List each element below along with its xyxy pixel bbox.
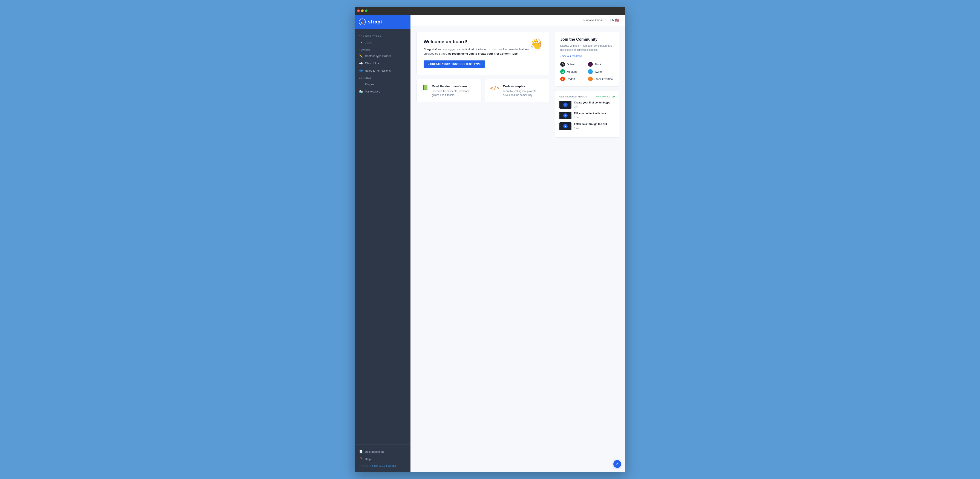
video-thumb-1: ▶	[559, 101, 571, 109]
reddit-link[interactable]: r Reddit	[560, 77, 586, 81]
sidebar-logo[interactable]: 🦅 strapi	[355, 14, 410, 29]
titlebar	[355, 7, 625, 14]
play-button-1: ▶	[563, 102, 568, 107]
welcome-body: Congrats! You are logged as the first ad…	[423, 47, 530, 56]
videos-header: GET STARTED VIDEOS 0% COMPLETED	[559, 96, 615, 98]
slack-icon: #	[588, 62, 593, 67]
video-item-2[interactable]: ▶ Fill your content with data 1:06	[559, 112, 615, 120]
video-thumb-3: ▶	[559, 122, 571, 130]
github-icon: G	[560, 62, 565, 67]
resource-card-code-examples[interactable]: </> Code examples Learn by testing real …	[485, 79, 550, 102]
help-label: Help	[365, 458, 371, 461]
logo-icon: 🦅	[359, 19, 366, 26]
reddit-icon: r	[560, 77, 565, 81]
content-body: Welcome on board! Congrats! You are logg…	[410, 26, 625, 472]
resource-desc-doc: Discover the concepts, reference guides …	[432, 89, 476, 97]
video-info-2: Fill your content with data 1:06	[574, 112, 606, 119]
app-layout: 🦅 strapi CONTENT TYPES Users PLUGINS ✏️ …	[355, 14, 625, 472]
video-title-2: Fill your content with data	[574, 112, 606, 115]
right-panel: Join the Community Discuss with team mem…	[555, 32, 619, 466]
section-label-content-types: CONTENT TYPES	[355, 33, 410, 39]
roadmap-chevron-icon: ›	[560, 54, 561, 57]
resource-desc-code: Learn by testing real projects developed…	[503, 89, 544, 97]
stackoverflow-link[interactable]: S Stack Overflow	[588, 77, 614, 81]
resource-card-documentation[interactable]: 📗 Read the documentation Discover the co…	[417, 79, 481, 102]
sidebar-item-help[interactable]: ❓ Help	[355, 455, 410, 463]
sidebar-item-content-type-builder[interactable]: ✏️ Content Type Builder	[355, 52, 410, 59]
files-upload-label: Files Upload	[365, 62, 380, 65]
help-icon: ❓	[359, 457, 363, 461]
welcome-heading: Welcome on board!	[423, 39, 530, 45]
sidebar-item-files-upload[interactable]: ☁️ Files Upload	[355, 59, 410, 67]
sidebar-item-plugins[interactable]: ☰ Plugins	[355, 80, 410, 88]
roles-permissions-label: Roles & Permissions	[365, 69, 391, 72]
right-column: Nirmalya Ghosh ▼ EN 🇺🇸 Welcome	[410, 14, 625, 472]
video-thumb-2: ▶	[559, 112, 571, 120]
community-card: Join the Community Discuss with team mem…	[555, 32, 619, 87]
content-type-builder-label: Content Type Builder	[365, 54, 391, 57]
medium-icon: M	[560, 69, 565, 74]
lang-code: EN	[610, 19, 614, 22]
minimize-dot[interactable]	[361, 10, 364, 12]
section-label-plugins: PLUGINS	[355, 46, 410, 52]
user-chevron-icon: ▼	[605, 19, 607, 21]
store-icon: 🏪	[359, 90, 363, 93]
wave-icon: 👋	[530, 39, 542, 49]
users-icon: 👥	[359, 69, 363, 72]
video-item-3[interactable]: ▶ Fetch data through the API 0:44	[559, 122, 615, 130]
video-duration-2: 1:06	[574, 116, 579, 119]
marketplace-label: Marketplace	[365, 90, 380, 93]
resource-text-code: Code examples Learn by testing real proj…	[503, 85, 544, 97]
sidebar-item-users[interactable]: Users	[355, 39, 410, 46]
cloud-icon: ☁️	[359, 62, 363, 65]
video-title-1: Create your first content-type	[574, 101, 610, 104]
sidebar-item-roles-permissions[interactable]: 👥 Roles & Permissions	[355, 67, 410, 74]
completed-badge: 0% COMPLETED	[597, 96, 615, 98]
language-selector[interactable]: EN 🇺🇸	[610, 18, 619, 22]
play-button-2: ▶	[563, 113, 568, 118]
video-item-1[interactable]: ▶ Create your first content-type 1:43	[559, 101, 615, 109]
sidebar-users-label: Users	[364, 41, 372, 44]
slack-link[interactable]: # Slack	[588, 62, 614, 67]
maximize-dot[interactable]	[365, 10, 368, 12]
version-link[interactable]: Strapi v3.0.0-Beta.18.3	[372, 465, 396, 467]
stackoverflow-icon: S	[588, 77, 593, 81]
close-panel-button[interactable]: ×	[613, 460, 621, 468]
videos-card: GET STARTED VIDEOS 0% COMPLETED ▶ Create…	[555, 91, 619, 138]
resource-title-code: Code examples	[503, 85, 544, 88]
user-menu[interactable]: Nirmalya Ghosh ▼	[584, 19, 607, 22]
sidebar: 🦅 strapi CONTENT TYPES Users PLUGINS ✏️ …	[355, 14, 410, 472]
sidebar-item-documentation[interactable]: 📄 Documentation	[355, 448, 410, 455]
main-content: Welcome on board! Congrats! You are logg…	[410, 26, 625, 472]
resource-title-doc: Read the documentation	[432, 85, 476, 88]
sidebar-item-marketplace[interactable]: 🏪 Marketplace	[355, 88, 410, 95]
create-content-type-button[interactable]: › CREATE YOUR FIRST CONTENT TYPE	[423, 61, 485, 68]
github-link[interactable]: G GitHub	[560, 62, 586, 67]
flag-icon: 🇺🇸	[615, 18, 619, 22]
logo-text: strapi	[368, 19, 382, 25]
community-links: G GitHub # Slack M Medium	[560, 62, 614, 81]
play-button-3: ▶	[563, 124, 568, 128]
documentation-label: Documentation	[365, 450, 383, 453]
cta-inline: we recommend you to create your first Co…	[448, 52, 519, 55]
sidebar-footer: 📄 Documentation ❓ Help Powered by Strapi…	[355, 444, 410, 472]
app-window: 🦅 strapi CONTENT TYPES Users PLUGINS ✏️ …	[355, 7, 625, 472]
twitter-link[interactable]: 🐦 Twitter	[588, 69, 614, 74]
medium-link[interactable]: M Medium	[560, 69, 586, 74]
video-duration-3: 0:44	[574, 127, 579, 129]
book-icon: 📗	[422, 85, 428, 91]
community-title: Join the Community	[560, 37, 614, 42]
twitter-icon: 🐦	[588, 69, 593, 74]
roadmap-link[interactable]: › See our roadmap	[560, 54, 614, 57]
video-info-1: Create your first content-type 1:43	[574, 101, 610, 109]
section-label-general: GENERAL	[355, 74, 410, 80]
topbar: Nirmalya Ghosh ▼ EN 🇺🇸	[410, 14, 625, 26]
welcome-card: Welcome on board! Congrats! You are logg…	[417, 32, 550, 75]
videos-section-label: GET STARTED VIDEOS	[559, 96, 587, 98]
users-bullet	[361, 42, 362, 43]
doc-icon: 📄	[359, 450, 363, 453]
congrats-bold: Congrats!	[423, 48, 437, 51]
sidebar-version: Powered by Strapi v3.0.0-Beta.18.3	[355, 463, 410, 469]
grid-icon: ☰	[359, 82, 363, 86]
close-dot[interactable]	[357, 10, 360, 12]
